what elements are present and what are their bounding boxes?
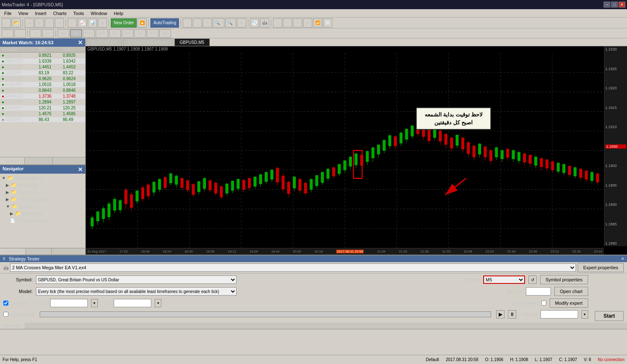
market-watch-row[interactable]: ● USDCAD 0.9620 0.9624 [0,76,85,82]
nav-indicators[interactable]: ▶ 📁 Indicators [0,189,85,196]
market-watch-row[interactable]: ● CADJPY 86.43 86.49 [0,117,85,123]
tab-favorites[interactable]: Favorites [26,248,52,255]
signal-button[interactable]: 📶 [313,18,322,28]
menu-charts[interactable]: Charts [50,10,70,17]
spread-input[interactable]: 8 [526,287,551,296]
reload-button[interactable]: ↺ [45,18,54,28]
play-pause-button[interactable]: ▶ [496,310,505,318]
font-tool[interactable]: A [42,29,54,38]
open-button[interactable]: 📂 [12,18,21,28]
expert-button[interactable]: 🤖 [260,18,269,28]
home-button[interactable]: ⌂ [68,18,77,28]
symbol-selector[interactable]: GBPUSD, Great Britain Pound vs US Dollar [36,276,237,284]
period-h4[interactable]: H4 [122,29,133,38]
from-date-input[interactable]: 2013.01.01 [50,299,88,307]
menu-file[interactable]: File [1,10,15,17]
model-selector[interactable]: Every tick (the most precise method base… [36,287,237,296]
symbol-properties-button[interactable]: Symbol properties [540,275,588,284]
period-selector[interactable]: M5 [483,276,525,284]
zoom-in-button[interactable]: 🔍+ [213,18,224,28]
zoom-out-button[interactable]: 🔍- [225,18,236,28]
market-watch-row[interactable]: ● EURAUD 1.3736 1.3748 [0,94,85,99]
skip-to-picker[interactable]: ▼ [581,310,588,318]
start-button[interactable]: Start [595,311,624,321]
back-button[interactable]: ◀ [25,18,34,28]
hline-button[interactable]: — [193,18,202,28]
market-watch-row[interactable]: ● USDJPY 83.19 83.22 [0,70,85,76]
st-tab-journal[interactable]: Journal [25,323,47,329]
tab-tick-chart[interactable]: Tick Chart [25,157,52,164]
delete-button[interactable]: ✕ [293,18,302,28]
minimize-button[interactable]: ─ [604,2,610,8]
period-m30[interactable]: M30 [96,29,108,38]
navigator-close[interactable]: ✕ [78,166,83,173]
nav-accounts[interactable]: ▶ 📁 Accounts [0,182,85,189]
modify-expert-button[interactable]: Modify expert [550,298,588,308]
period-sep-button[interactable]: ⊥ [273,18,282,28]
visual-mode-checkbox[interactable] [3,312,8,317]
ea-selector[interactable]: 2 MA Crosses Mega filter EA V1.ex4 [10,263,576,272]
new-button[interactable]: 🗋 [2,18,11,28]
close-button[interactable]: ✕ [619,2,625,8]
stop-button[interactable]: ■ [55,18,64,28]
line-button[interactable]: ╱ [183,18,192,28]
use-date-checkbox[interactable] [3,301,8,306]
optimization-checkbox[interactable] [541,301,546,306]
period-m15[interactable]: M15 [83,29,95,38]
new-order-button[interactable]: New Order [111,18,137,28]
period-h1[interactable]: H1 [109,29,121,38]
menu-insert[interactable]: Insert [31,10,50,17]
chart2-button[interactable]: 📊 [88,18,97,28]
maximize-button[interactable]: □ [611,2,618,8]
chart3-button[interactable]: ▦ [98,18,107,28]
tpl-button[interactable]: ⊤ [283,18,292,28]
tab-symbols[interactable]: Symbols [0,157,25,164]
market-watch-close[interactable]: ✕ [78,39,83,46]
period-refresh-button[interactable]: ↺ [528,276,537,284]
chart-tab-gbpusd-m5[interactable]: GBPUSD,M5 [174,38,210,46]
email-button[interactable]: ✉ [303,18,312,28]
market-watch-row[interactable]: ● EURUSD 1.4451 1.4453 [0,64,85,70]
nav-metatrader4[interactable]: ▼ 📁 MetaTrader 4 [0,174,85,182]
open-chart-button[interactable]: Open chart [554,287,588,296]
auto-trading-button[interactable]: AutoTrading [150,18,179,28]
nav-examples[interactable]: ▶ 📁 Examples [0,210,85,217]
market-watch-row[interactable]: ● GBPUSD 1.6339 1.6342 [0,58,85,64]
nav-expert-advisors[interactable]: ▶ 📁 Expert Advisors [0,196,85,203]
crosshair-button[interactable]: ✛ [203,18,212,28]
to-date-picker[interactable]: ▼ [155,299,161,307]
forward-button[interactable]: ▶ [35,18,44,28]
market-watch-row[interactable]: ● EURGBP 0.8843 0.8846 [0,88,85,94]
period-mn[interactable]: MN [159,29,171,38]
chart-tab-eurusd-m1[interactable]: EURUSD,M1 [87,38,122,46]
indicator-button[interactable]: 📉 [250,18,259,28]
menu-tools[interactable]: Tools [70,10,87,17]
market-watch-row[interactable]: ● USDCHF 0.8921 0.8925 [0,53,85,58]
chart-zoom-button[interactable]: ⬜ [323,18,332,28]
skip-to-input[interactable]: 2017.10.10 [540,310,578,318]
period-d1[interactable]: D1 [134,29,146,38]
period-m1[interactable]: M1 [58,29,69,38]
pause-button[interactable]: ⏸ [508,310,516,318]
menu-help[interactable]: Help [110,10,127,17]
market-watch-row[interactable]: ● EURJPY 120.21 120.25 [0,105,85,111]
nav-scripts[interactable]: ▼ 📁 Scripts [0,203,85,210]
from-date-picker[interactable]: ▼ [91,299,98,307]
chart1-button[interactable]: 📈 [78,18,87,28]
st-tab-settings[interactable]: Settings [0,323,25,329]
period-m5[interactable]: M5 [70,29,82,38]
st-close-icon[interactable]: ✕ [621,257,624,261]
market-watch-row[interactable]: ● GBPCHF 1.4575 1.4585 [0,111,85,117]
chart-tab-eurusd-m2[interactable]: EURUSD,M2 (offline) [123,38,173,46]
menu-view[interactable]: View [15,10,32,17]
period-w1[interactable]: W1 [147,29,158,38]
to-date-input[interactable]: 2017.09.01 [114,299,151,307]
arrow-tool[interactable]: ↔ [14,29,26,38]
buy-button[interactable]: 🔼 [138,18,147,28]
market-watch-row[interactable]: ● AUDUSD 1.0515 1.0518 [0,82,85,88]
expert-properties-button[interactable]: Expert properties [578,263,624,272]
nav-period-converter[interactable]: 📄 PeriodConverter [0,217,85,224]
grid-button[interactable]: ⊞ [237,18,246,28]
tab-common[interactable]: Common [0,248,26,255]
market-watch-row[interactable]: ● EURCHF 1.2894 1.2897 [0,99,85,105]
